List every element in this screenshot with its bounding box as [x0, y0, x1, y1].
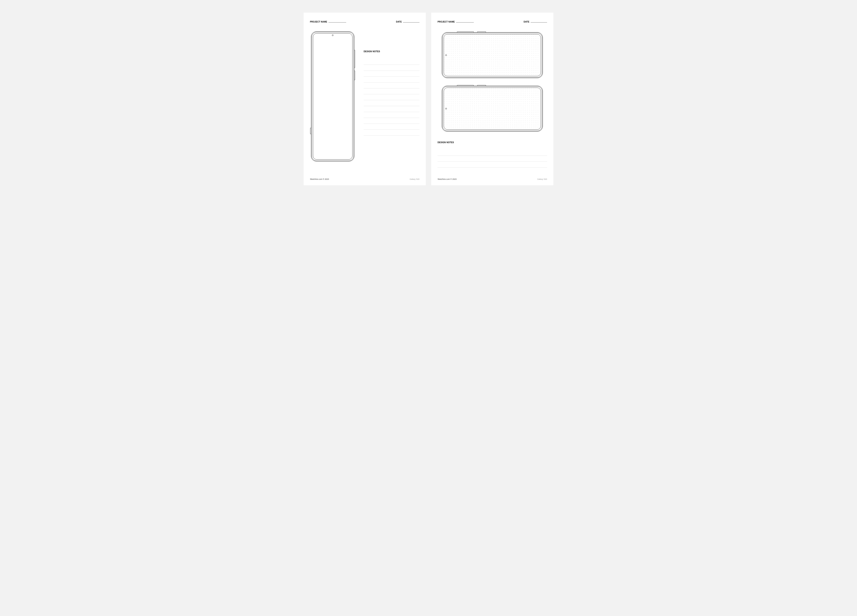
volume-button-icon — [457, 32, 474, 32]
power-button-icon — [477, 85, 486, 86]
device-frame-landscape — [442, 32, 543, 78]
design-notes-title: DESIGN NOTES — [364, 50, 419, 52]
sheets-container: PROJECT NAME DATE — [304, 12, 553, 185]
note-line[interactable] — [364, 100, 419, 106]
project-name-label: PROJECT NAME — [310, 21, 327, 23]
note-line[interactable] — [364, 94, 419, 100]
sheet-portrait: PROJECT NAME DATE — [304, 12, 426, 185]
side-notch-icon — [310, 128, 311, 134]
volume-button-icon — [457, 85, 474, 86]
date-field: DATE — [524, 21, 547, 23]
note-line[interactable] — [364, 83, 419, 88]
project-name-field: PROJECT NAME — [438, 21, 474, 23]
sheet-landscape: PROJECT NAME DATE DESIGN NOTES Sketchize… — [431, 12, 553, 185]
note-lines[interactable] — [364, 59, 419, 136]
note-line[interactable] — [364, 65, 419, 71]
device-screen[interactable] — [313, 33, 353, 160]
note-line[interactable] — [438, 150, 547, 156]
footer-device: Galaxy S20 — [410, 178, 419, 180]
note-line[interactable] — [364, 112, 419, 118]
sheet-header: PROJECT NAME DATE — [310, 21, 419, 23]
note-line[interactable] — [364, 59, 419, 65]
sheet-footer: Sketchize.com © 2023 Galaxy S20 — [438, 178, 547, 180]
note-line[interactable] — [364, 124, 419, 130]
camera-icon — [332, 34, 333, 36]
dot-grid — [444, 34, 541, 76]
date-line[interactable] — [403, 21, 419, 23]
note-line[interactable] — [438, 156, 547, 162]
device-screen[interactable] — [444, 34, 541, 76]
date-label: DATE — [396, 21, 402, 23]
camera-icon — [446, 108, 447, 110]
power-button-icon — [477, 32, 486, 32]
note-line[interactable] — [364, 77, 419, 83]
device-screen[interactable] — [444, 88, 541, 130]
design-notes-section: DESIGN NOTES — [438, 141, 547, 168]
date-line[interactable] — [531, 21, 547, 23]
note-line[interactable] — [364, 106, 419, 112]
design-notes-column: DESIGN NOTES — [364, 29, 419, 178]
dot-grid — [444, 88, 541, 130]
sheet-header: PROJECT NAME DATE — [438, 21, 547, 23]
project-name-line[interactable] — [328, 21, 346, 23]
date-label: DATE — [524, 21, 529, 23]
landscape-device-wrap — [438, 32, 547, 78]
landscape-device-wrap — [438, 86, 547, 131]
note-line[interactable] — [438, 162, 547, 168]
sheet-footer: Sketchize.com © 2023 Galaxy S20 — [310, 178, 419, 180]
device-frame-landscape — [442, 86, 543, 131]
camera-icon — [446, 54, 447, 56]
note-line[interactable] — [364, 71, 419, 77]
portrait-device-column — [310, 29, 355, 178]
footer-brand: Sketchize.com © 2023 — [438, 178, 456, 180]
note-lines[interactable] — [438, 150, 547, 168]
power-button-icon — [354, 71, 355, 80]
device-frame-portrait — [311, 31, 354, 162]
project-name-line[interactable] — [456, 21, 474, 23]
note-line[interactable] — [364, 118, 419, 124]
landscape-body: DESIGN NOTES — [438, 29, 547, 178]
project-name-label: PROJECT NAME — [438, 21, 455, 23]
footer-device: Galaxy S20 — [537, 178, 547, 180]
note-line[interactable] — [364, 130, 419, 136]
project-name-field: PROJECT NAME — [310, 21, 346, 23]
portrait-body: DESIGN NOTES — [310, 29, 419, 178]
note-line[interactable] — [364, 88, 419, 94]
design-notes-title: DESIGN NOTES — [438, 141, 547, 144]
landscape-devices-stack — [438, 32, 547, 131]
date-field: DATE — [396, 21, 419, 23]
footer-brand: Sketchize.com © 2023 — [310, 178, 329, 180]
volume-button-icon — [354, 50, 355, 68]
